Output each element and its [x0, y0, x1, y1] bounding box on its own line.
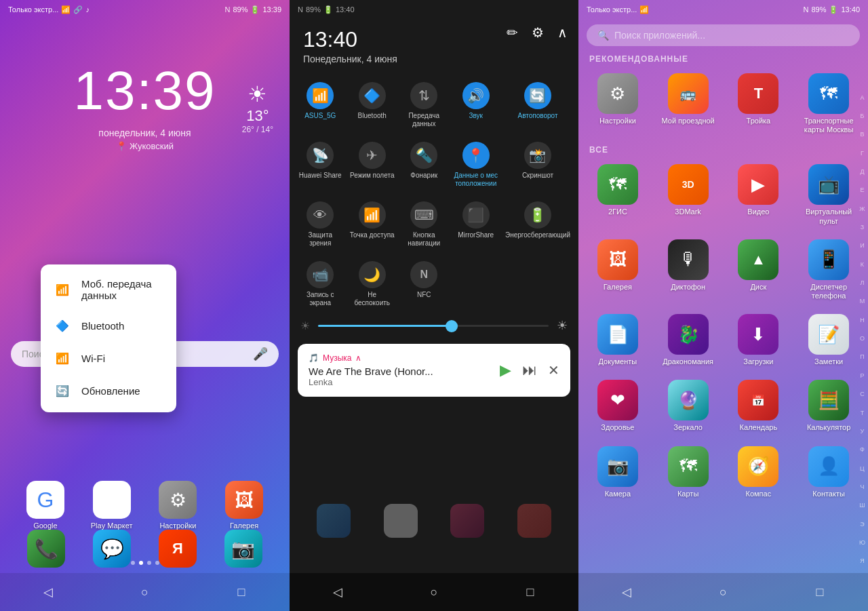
qs-tile-nfc[interactable]: N NFC	[399, 254, 450, 313]
rec-app-settings[interactable]: ⚙ Настройки	[584, 68, 652, 140]
qs-tile-battery-saver[interactable]: 🔋 Энергосберегающий	[502, 195, 573, 253]
alpha-s[interactable]: С	[860, 391, 865, 397]
app-drive[interactable]: ▲ Диск	[725, 234, 793, 306]
app-item-google[interactable]: G Google	[16, 481, 75, 530]
qs-tile-bluetooth[interactable]: 🔷 Bluetooth	[347, 75, 397, 134]
alpha-m[interactable]: М	[860, 298, 865, 304]
qs-settings-icon[interactable]: ⚙	[532, 24, 544, 41]
qs-tile-wifi[interactable]: 📶 ASUS_5G	[295, 75, 345, 134]
app-3dmark[interactable]: 3D 3DMark	[654, 159, 722, 231]
app-gallery[interactable]: 🖼 Галерея	[584, 234, 652, 306]
qs-tile-record[interactable]: 📹 Запись с экрана	[295, 254, 345, 313]
alpha-yu[interactable]: Ю	[859, 539, 865, 546]
app-dragon[interactable]: 🐉 Дракономания	[654, 309, 722, 372]
app-notes[interactable]: 📝 Заметки	[795, 309, 863, 372]
qs-tile-screenshot[interactable]: 📸 Скриншот	[502, 135, 573, 193]
dock-yandex[interactable]: Я	[159, 530, 197, 568]
next-btn[interactable]: ⏭	[522, 361, 537, 379]
alpha-g[interactable]: Г	[861, 150, 864, 157]
qs-tile-dnd[interactable]: 🌙 Не беспокоить	[347, 254, 397, 313]
app-item-play[interactable]: ▶ Play Маркет	[83, 481, 141, 530]
home-btn-1[interactable]: ○	[134, 581, 155, 603]
recent-btn-2[interactable]: □	[519, 581, 541, 603]
context-item-wifi[interactable]: 📶 Wi-Fi	[41, 342, 176, 374]
qs-tile-rotate[interactable]: 🔄 Автоповорот	[502, 75, 573, 134]
app-item-gallery[interactable]: 🖼 Галерея	[215, 481, 273, 530]
qs-tile-data[interactable]: ⇅ Передача данных	[399, 75, 450, 134]
qs-tile-share[interactable]: 📡 Huawei Share	[295, 135, 345, 193]
app-camera[interactable]: 📷 Камера	[584, 441, 652, 504]
alpha-ya[interactable]: Я	[860, 557, 865, 564]
app-calendar[interactable]: 📅 Календарь	[725, 374, 793, 437]
alpha-p[interactable]: П	[860, 353, 864, 360]
app-2gis[interactable]: 🗺 2ГИС	[584, 159, 652, 231]
alpha-zh[interactable]: Ж	[859, 205, 865, 212]
alpha-k[interactable]: К	[861, 261, 864, 268]
back-btn-2[interactable]: ◁	[327, 581, 349, 603]
app-download[interactable]: ⬇ Загрузки	[725, 309, 793, 372]
qs-tile-location[interactable]: 📍 Данные о мес тоположении	[450, 135, 501, 193]
dock-camera[interactable]: 📷	[224, 530, 262, 568]
alpha-a[interactable]: А	[860, 94, 864, 101]
home-btn-3[interactable]: ○	[712, 581, 734, 603]
back-btn-1[interactable]: ◁	[37, 581, 59, 603]
recent-btn-3[interactable]: □	[809, 581, 831, 603]
app-dispatch[interactable]: 📱 Диспетчер телефона	[795, 234, 863, 306]
rec-app-transport[interactable]: 🗺 Транспортные карты Москвы	[795, 68, 863, 140]
qs-tile-airplane[interactable]: ✈ Режим полета	[347, 135, 397, 193]
rec-app-mypassenger[interactable]: 🚌 Мой проездной	[654, 68, 722, 140]
context-item-mobile-data[interactable]: 📶 Моб. передачаданных	[41, 270, 176, 309]
recent-btn-1[interactable]: □	[231, 581, 252, 603]
app-video[interactable]: ▶ Видео	[725, 159, 793, 231]
qs-tile-mirrorshare[interactable]: ⬛ MirrorShare	[450, 195, 501, 253]
app-compass[interactable]: 🧭 Компас	[725, 441, 793, 504]
alpha-l[interactable]: Л	[861, 279, 865, 286]
context-item-update[interactable]: 🔄 Обновление	[41, 374, 176, 407]
alpha-ts[interactable]: Ц	[860, 465, 865, 472]
alpha-v[interactable]: В	[860, 131, 864, 138]
back-btn-3[interactable]: ◁	[616, 581, 637, 603]
app-recorder[interactable]: 🎙 Диктофон	[654, 234, 722, 306]
app-maps[interactable]: 🗺 Карты	[654, 441, 722, 504]
alpha-e[interactable]: Е	[860, 186, 864, 193]
edit-icon[interactable]: ✏	[507, 24, 518, 41]
brightness-track[interactable]	[318, 325, 549, 327]
app-mirror[interactable]: 🔮 Зеркало	[654, 374, 722, 437]
qs-tile-hotspot[interactable]: 📶 Точка доступа	[347, 195, 397, 253]
app-docs[interactable]: 📄 Документы	[584, 309, 652, 372]
alpha-i[interactable]: И	[860, 242, 864, 249]
collapse-icon[interactable]: ∧	[557, 24, 568, 41]
qs-tile-eye[interactable]: 👁 Защита зрения	[295, 195, 345, 253]
brightness-thumb[interactable]	[446, 320, 458, 332]
home-btn-2[interactable]: ○	[423, 581, 445, 603]
dock-phone[interactable]: 📞	[27, 530, 65, 568]
rec-app-troika[interactable]: Т Тройка	[725, 68, 793, 140]
alpha-o[interactable]: О	[860, 335, 865, 342]
app-search-bar[interactable]: 🔍	[587, 24, 860, 46]
context-item-bluetooth[interactable]: 🔷 Bluetooth	[41, 309, 176, 342]
mic-icon[interactable]: 🎤	[253, 347, 268, 361]
alpha-u[interactable]: У	[861, 428, 865, 435]
qs-tile-navkey[interactable]: ⌨ Кнопка навигации	[399, 195, 450, 253]
close-music-btn[interactable]: ✕	[548, 362, 559, 378]
qs-tile-flashlight[interactable]: 🔦 Фонарик	[399, 135, 450, 193]
app-item-settings[interactable]: ⚙ Настройки	[149, 481, 208, 530]
app-search-input[interactable]	[614, 30, 849, 41]
dock-msg[interactable]: 💬	[93, 530, 131, 568]
alpha-z[interactable]: З	[861, 224, 864, 231]
alpha-sh[interactable]: Ш	[859, 502, 865, 509]
play-btn[interactable]: ▶	[500, 361, 511, 379]
alpha-ch[interactable]: Ч	[860, 484, 864, 490]
app-remote[interactable]: 📺 Виртуальный пульт	[795, 159, 863, 231]
app-calc[interactable]: 🧮 Калькулятор	[795, 374, 863, 437]
app-health[interactable]: ❤ Здоровье	[584, 374, 652, 437]
app-contacts[interactable]: 👤 Контакты	[795, 441, 863, 504]
alpha-eh[interactable]: Э	[860, 521, 864, 528]
alpha-n[interactable]: Н	[860, 317, 865, 323]
alpha-d[interactable]: Д	[860, 168, 864, 175]
alpha-r[interactable]: Р	[860, 372, 864, 379]
alpha-b[interactable]: Б	[861, 113, 865, 119]
qs-tile-sound[interactable]: 🔊 Звук	[450, 75, 501, 134]
alpha-t[interactable]: Т	[861, 410, 865, 416]
alpha-f[interactable]: Ф	[860, 446, 865, 453]
